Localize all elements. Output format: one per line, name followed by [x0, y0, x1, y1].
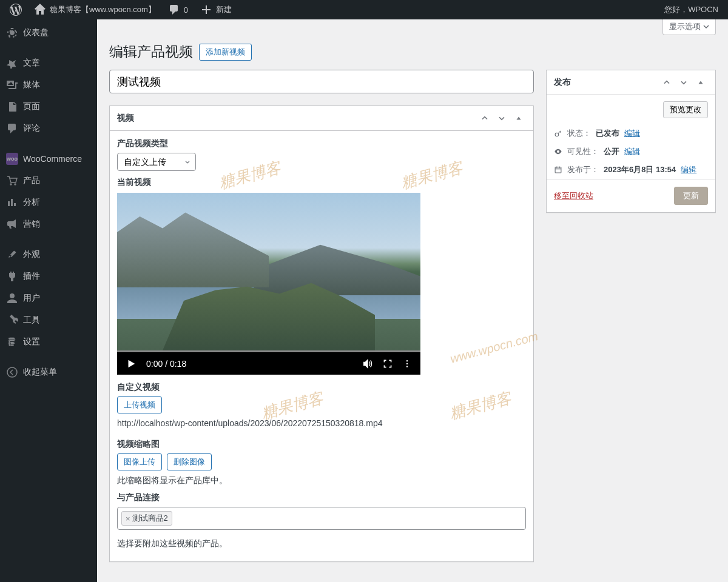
move-down-button[interactable]: [676, 75, 691, 90]
visibility-icon: [554, 147, 562, 156]
move-to-trash-link[interactable]: 移至回收站: [554, 190, 593, 201]
video-metabox: 视频 产品视频类型 自定义上传: [109, 105, 534, 562]
plus-icon: [200, 4, 212, 16]
greeting-text: 您好，WPOCN: [664, 4, 718, 15]
sidebar-item-analytics[interactable]: 分析: [0, 192, 97, 213]
sidebar-item-label: 文章: [23, 58, 40, 69]
new-label: 新建: [216, 4, 232, 15]
collapse-icon: [6, 366, 18, 378]
chevron-down-icon: [703, 24, 709, 30]
sidebar-item-label: 收起菜单: [23, 367, 57, 378]
tools-icon: [6, 314, 18, 326]
sidebar-item-posts[interactable]: 文章: [0, 52, 97, 74]
sidebar-item-woocommerce[interactable]: wooWooCommerce: [0, 148, 97, 170]
site-name-link[interactable]: 糖果博客【www.wpocn.com】: [29, 0, 161, 19]
fullscreen-button[interactable]: [383, 359, 393, 369]
video-url: http://localhost/wp-content/uploads/2023…: [117, 418, 526, 428]
sidebar-item-label: 插件: [23, 271, 40, 282]
move-up-button[interactable]: [659, 75, 674, 90]
fullscreen-icon: [383, 359, 393, 369]
sidebar-item-products[interactable]: 产品: [0, 170, 97, 192]
play-icon: [126, 358, 136, 369]
status-label: 状态：: [567, 128, 591, 139]
video-preview: [117, 193, 420, 350]
media-icon: [6, 79, 18, 91]
product-icon: [6, 175, 18, 187]
users-icon: [6, 292, 18, 304]
add-new-video-button[interactable]: 添加新视频: [199, 44, 252, 61]
sidebar-item-label: WooCommerce: [23, 154, 82, 164]
upload-video-button[interactable]: 上传视频: [117, 396, 162, 413]
comments-link[interactable]: 0: [163, 0, 193, 19]
move-down-button[interactable]: [494, 111, 509, 125]
edit-status-link[interactable]: 编辑: [624, 128, 640, 139]
status-value: 已发布: [596, 128, 619, 139]
svg-point-3: [8, 338, 10, 339]
play-button[interactable]: [126, 358, 136, 369]
triangle-up-icon: [697, 79, 704, 86]
wp-logo[interactable]: [5, 0, 27, 19]
sidebar-item-collapse[interactable]: 收起菜单: [0, 361, 97, 383]
product-link-input[interactable]: × 测试商品2: [117, 507, 526, 530]
volume-button[interactable]: [362, 358, 373, 369]
upload-image-button[interactable]: 图像上传: [117, 453, 162, 470]
video-player[interactable]: 0:00 / 0:18: [117, 193, 420, 375]
svg-rect-0: [10, 338, 15, 339]
dashboard-icon: [6, 27, 18, 39]
video-time: 0:00 / 0:18: [146, 359, 186, 369]
my-account[interactable]: 您好，WPOCN: [659, 0, 723, 19]
sidebar-item-dashboard[interactable]: 仪表盘: [0, 22, 97, 44]
toggle-button[interactable]: [511, 111, 526, 125]
product-link-label: 与产品连接: [117, 492, 526, 503]
svg-point-5: [8, 343, 10, 344]
move-up-button[interactable]: [477, 111, 492, 125]
sidebar-item-tools[interactable]: 工具: [0, 309, 97, 331]
sidebar-item-settings[interactable]: 设置: [0, 331, 97, 353]
custom-video-label: 自定义视频: [117, 382, 526, 393]
sidebar-item-plugins[interactable]: 插件: [0, 266, 97, 287]
sidebar-item-pages[interactable]: 页面: [0, 96, 97, 118]
comment-count: 0: [184, 5, 188, 15]
sidebar-item-users[interactable]: 用户: [0, 287, 97, 309]
more-button[interactable]: [402, 359, 412, 369]
preview-changes-button[interactable]: 预览更改: [663, 101, 708, 118]
main-content: 糖果博客 糖果博客 糖果博客 糖果博客 www.wpocn.com www.wp…: [97, 19, 728, 582]
svg-rect-11: [555, 167, 561, 173]
admin-menu: 仪表盘 文章 媒体 页面 评论 wooWooCommerce 产品 分析 营销 …: [0, 19, 97, 582]
admin-bar: 糖果博客【www.wpocn.com】 0 新建 您好，WPOCN: [0, 0, 728, 19]
sidebar-item-label: 设置: [23, 336, 40, 347]
sidebar-item-label: 页面: [23, 101, 40, 112]
metabox-title: 视频: [117, 113, 134, 124]
edit-visibility-link[interactable]: 编辑: [624, 146, 640, 157]
tag-label: 测试商品2: [132, 513, 168, 524]
post-title-input[interactable]: [109, 70, 534, 93]
appearance-icon: [6, 249, 18, 261]
chevron-up-icon: [662, 78, 672, 87]
current-video-label: 当前视频: [117, 177, 526, 188]
toggle-button[interactable]: [693, 75, 708, 90]
sidebar-item-label: 产品: [23, 175, 40, 186]
remove-tag-button[interactable]: ×: [126, 514, 130, 523]
edit-date-link[interactable]: 编辑: [681, 164, 696, 175]
new-content-link[interactable]: 新建: [195, 0, 237, 19]
sidebar-item-media[interactable]: 媒体: [0, 74, 97, 96]
home-icon: [34, 4, 46, 16]
screen-options-toggle[interactable]: 显示选项: [662, 19, 716, 35]
page-icon: [6, 101, 18, 113]
svg-point-10: [555, 133, 559, 136]
svg-point-7: [406, 360, 408, 361]
published-date: 2023年6月8日 13:54: [604, 164, 676, 175]
visibility-label: 可见性：: [567, 146, 599, 157]
product-tag: × 测试商品2: [121, 511, 172, 526]
product-link-help: 选择要附加这些视频的产品。: [117, 538, 526, 549]
svg-point-4: [8, 340, 10, 341]
thumbnail-help: 此缩略图将显示在产品库中。: [117, 475, 526, 486]
sidebar-item-comments[interactable]: 评论: [0, 118, 97, 139]
sidebar-item-appearance[interactable]: 外观: [0, 244, 97, 266]
svg-rect-1: [10, 340, 15, 341]
video-type-select[interactable]: 自定义上传: [117, 153, 196, 171]
delete-image-button[interactable]: 删除图像: [167, 453, 212, 470]
sidebar-item-marketing[interactable]: 营销: [0, 213, 97, 235]
update-button[interactable]: 更新: [674, 187, 708, 205]
wordpress-icon: [10, 4, 22, 16]
